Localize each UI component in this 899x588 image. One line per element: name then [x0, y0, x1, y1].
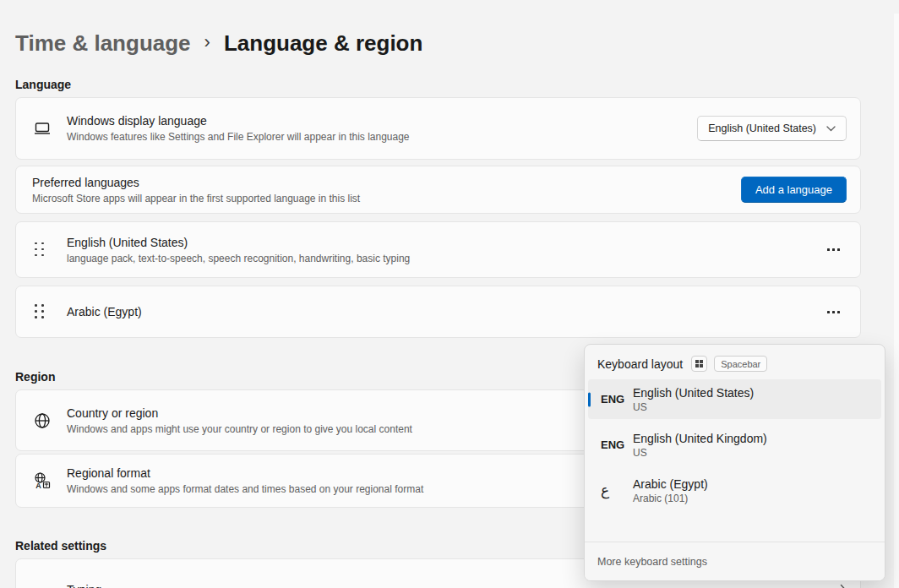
- page-title: Language & region: [224, 30, 422, 57]
- display-language-dropdown[interactable]: English (United States): [697, 116, 847, 141]
- card-subtitle: Windows and some apps format dates and t…: [67, 483, 423, 495]
- section-header-related-settings: Related settings: [15, 539, 106, 553]
- display-icon: [33, 119, 52, 138]
- section-header-language: Language: [15, 78, 71, 91]
- regional-format-icon: A: [33, 471, 52, 490]
- language-abbreviation-badge: ENG: [601, 438, 633, 451]
- card-subtitle: Windows features like Settings and File …: [67, 131, 410, 143]
- language-details: language pack, text-to-speech, speech re…: [67, 253, 410, 264]
- drag-handle-icon[interactable]: [35, 304, 45, 319]
- dropdown-value: English (United States): [708, 122, 816, 134]
- layout-subtitle: US: [633, 401, 754, 413]
- layout-item-arabic-egypt[interactable]: ع Arabic (Egypt) Arabic (101): [588, 471, 881, 510]
- layout-subtitle: Arabic (101): [633, 493, 708, 504]
- breadcrumb-parent[interactable]: Time & language: [15, 30, 191, 57]
- scrollbar-track[interactable]: [894, 14, 899, 588]
- language-name: Arabic (Egypt): [67, 305, 142, 318]
- windows-display-language-card: Windows display language Windows feature…: [15, 97, 861, 160]
- layout-title: Arabic (Egypt): [633, 477, 708, 491]
- preferred-languages-card: Preferred languages Microsoft Store apps…: [15, 166, 861, 214]
- more-keyboard-settings-link[interactable]: More keyboard settings: [585, 542, 885, 580]
- keyboard-icon: [33, 580, 52, 588]
- keyboard-layout-list: ENG English (United States) US ENG Engli…: [588, 379, 881, 510]
- card-title: Country or region: [67, 406, 412, 420]
- card-title: Regional format: [67, 466, 423, 480]
- layout-title: English (United States): [633, 386, 754, 400]
- card-title: Typing: [67, 583, 101, 588]
- add-a-language-button[interactable]: Add a language: [741, 177, 847, 203]
- card-subtitle: Windows and apps might use your country …: [67, 423, 412, 435]
- spacebar-key-badge: Spacebar: [714, 356, 767, 372]
- more-options-button[interactable]: [820, 304, 847, 320]
- language-abbreviation-badge: ENG: [601, 393, 633, 406]
- layout-item-english-uk[interactable]: ENG English (United Kingdom) US: [588, 425, 881, 465]
- card-subtitle: Microsoft Store apps will appear in the …: [32, 193, 360, 204]
- card-title: Windows display language: [67, 114, 410, 128]
- chevron-down-icon: [826, 126, 836, 132]
- svg-text:A: A: [35, 482, 41, 490]
- breadcrumb: Time & language › Language & region: [15, 30, 422, 57]
- language-row-english-us[interactable]: English (United States) language pack, t…: [15, 221, 861, 278]
- language-abbreviation-badge: ع: [601, 482, 633, 499]
- layout-title: English (United Kingdom): [633, 432, 767, 445]
- card-title: Preferred languages: [32, 176, 360, 189]
- language-row-arabic-egypt[interactable]: Arabic (Egypt): [15, 286, 861, 338]
- layout-item-english-us[interactable]: ENG English (United States) US: [588, 379, 881, 419]
- windows-key-icon: [691, 356, 707, 372]
- flyout-title: Keyboard layout: [597, 357, 683, 371]
- breadcrumb-separator-icon: ›: [204, 31, 210, 56]
- keyboard-layout-flyout: Keyboard layout Spacebar ENG English (Un…: [584, 344, 885, 581]
- chevron-right-icon: [840, 584, 847, 588]
- section-header-region: Region: [15, 370, 55, 384]
- language-name: English (United States): [67, 236, 410, 249]
- globe-icon: [33, 411, 52, 430]
- layout-subtitle: US: [633, 447, 767, 459]
- more-options-button[interactable]: [820, 242, 847, 258]
- drag-handle-icon[interactable]: [35, 242, 45, 258]
